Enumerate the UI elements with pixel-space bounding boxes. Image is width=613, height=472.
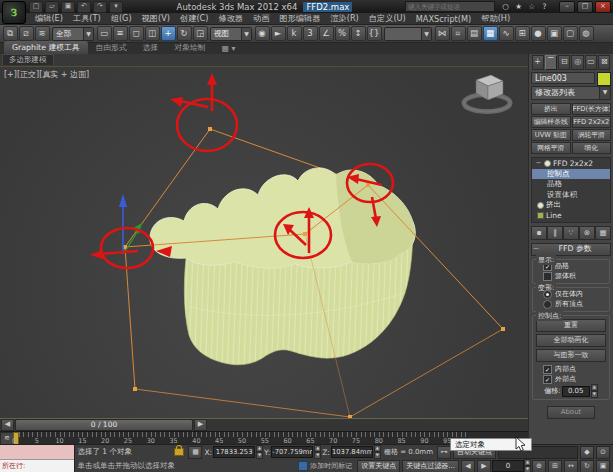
select-and-move-icon[interactable]: + <box>161 26 176 41</box>
frame-spinner[interactable]: ▲▼ <box>524 459 531 472</box>
time-tag-label[interactable]: 添加时间标记 <box>310 461 352 471</box>
favorites-icon[interactable]: ☆ <box>526 2 537 12</box>
angle-snap-icon[interactable]: ∠ <box>319 26 334 41</box>
control-button-3[interactable]: 与图形一致 <box>536 349 606 362</box>
ribbon-tab-1[interactable]: Graphite 建模工具 <box>4 41 88 54</box>
modify-tab[interactable]: ⌒ <box>545 55 557 70</box>
align-icon[interactable]: ⌗ <box>451 26 466 41</box>
pan-icon[interactable]: ↔ <box>564 460 578 472</box>
menu-item-6[interactable]: 修改器 <box>213 13 248 24</box>
coord-field-1[interactable]: 17833.253 <box>213 446 255 458</box>
rectangular-selection-icon[interactable]: ◻ <box>129 26 144 41</box>
menu-item-5[interactable]: 创建(C) <box>175 13 213 24</box>
quick-access-dropdown-icon[interactable]: ▾ <box>109 1 123 13</box>
show-end-result-icon[interactable]: ‖ <box>547 226 563 240</box>
offset-spinner[interactable]: ▲▼ <box>591 384 598 398</box>
control-button-2[interactable]: 全部动画化 <box>536 334 606 347</box>
radio-icon[interactable] <box>543 290 552 299</box>
utilities-tab[interactable]: ⊠ <box>598 55 610 70</box>
object-color-swatch[interactable] <box>597 72 611 86</box>
visibility-bulb-icon[interactable] <box>537 202 544 209</box>
modifier-button-3[interactable]: 编辑样条线 <box>531 116 571 128</box>
play-icon[interactable]: ▶ <box>477 460 491 472</box>
modifier-button-2[interactable]: FFD(长方体) <box>572 103 612 115</box>
absolute-mode-toggle-icon[interactable]: ▦ <box>188 446 202 459</box>
snap-toggle-3d-icon[interactable]: 3 <box>303 26 318 41</box>
select-by-name-icon[interactable]: ≡ <box>113 26 128 41</box>
create-tab[interactable]: + <box>532 55 544 70</box>
menu-item-2[interactable]: 工具(T) <box>68 13 106 24</box>
listener-pane[interactable]: 所在行: <box>0 460 74 472</box>
next-frame-arrow[interactable]: ▶ <box>194 419 207 431</box>
modifier-button-1[interactable]: 挤出 <box>531 103 571 115</box>
communication-center-icon[interactable]: ★ <box>513 2 524 12</box>
curve-editor-icon[interactable]: ∿ <box>499 26 514 41</box>
modifier-button-6[interactable]: 涡轮平滑 <box>572 129 612 141</box>
close-button[interactable]: × <box>595 1 611 13</box>
stack-item-6[interactable]: Line <box>532 211 610 222</box>
select-and-link-icon[interactable]: ⧉ <box>3 26 18 41</box>
material-editor-icon[interactable]: ● <box>531 26 546 41</box>
modifier-list-dropdown[interactable]: 修改器列表 ▼ <box>531 86 611 100</box>
coord-spinner-1[interactable]: ▲▼ <box>256 445 263 459</box>
open-file-icon[interactable]: ▱ <box>45 1 59 13</box>
percent-snap-icon[interactable]: % <box>335 26 350 41</box>
menu-item-12[interactable]: 帮助(H) <box>476 13 515 24</box>
track-bar-ruler[interactable]: ≋ 05101520253035404550556065707580859095… <box>0 431 528 444</box>
mirror-icon[interactable]: ⋈ <box>435 26 450 41</box>
viewport-label[interactable]: [+][正交][真实 + 边面] <box>4 69 89 80</box>
time-configuration-icon[interactable]: ⊙ <box>596 446 610 459</box>
coord-field-2[interactable]: -707.759mm <box>271 446 313 458</box>
make-unique-icon[interactable]: ∵ <box>563 226 579 240</box>
pin-stack-icon[interactable]: ▪ <box>531 226 547 240</box>
menu-item-8[interactable]: 图形编辑器 <box>274 13 325 24</box>
about-button[interactable]: About <box>547 406 595 419</box>
bind-to-space-warp-icon[interactable]: ≋ <box>35 26 50 41</box>
viewport-canvas[interactable] <box>0 67 528 418</box>
render-production-icon[interactable]: ◍ <box>579 26 594 41</box>
select-object-icon[interactable]: ▭ <box>97 26 112 41</box>
coord-spinner-3[interactable]: ▲▼ <box>374 445 381 459</box>
zoom-extents-icon[interactable]: ⊞ <box>548 460 562 472</box>
viewport[interactable]: [+][正交][真实 + 边面] <box>0 67 528 418</box>
previous-frame-arrow[interactable]: ◀ <box>1 419 14 431</box>
configure-modifier-sets-icon[interactable]: ▦ <box>595 226 611 240</box>
modifier-button-4[interactable]: FFD 2x2x2 <box>572 116 612 128</box>
spinner-snap-icon[interactable]: ↕ <box>351 26 366 41</box>
help-icon[interactable]: ? <box>539 2 550 12</box>
rendered-frame-icon[interactable]: ▢ <box>563 26 578 41</box>
modifier-button-8[interactable]: 细化 <box>572 142 612 154</box>
viewcube[interactable] <box>464 75 510 112</box>
stack-item-5[interactable]: 挤出 <box>532 200 610 211</box>
zoom-icon[interactable]: ⊕ <box>532 460 546 472</box>
select-and-manipulate-icon[interactable]: ► <box>271 26 286 41</box>
coord-spinner-2[interactable]: ▲▼ <box>314 445 321 459</box>
modifier-button-5[interactable]: UVW 贴图 <box>531 129 571 141</box>
edit-named-sets-icon[interactable]: {} <box>367 26 382 41</box>
application-menu-button[interactable]: Ɜ <box>2 1 26 24</box>
unlink-selection-icon[interactable]: ⧄ <box>19 26 34 41</box>
ribbon-tab-3[interactable]: 选择 <box>135 41 167 54</box>
coord-field-3[interactable]: 1037.84mm <box>331 446 373 458</box>
menu-item-4[interactable]: 视图(V) <box>137 13 175 24</box>
menu-item-9[interactable]: 渲染(R) <box>325 13 363 24</box>
key-mode-toggle-icon[interactable]: ◆ <box>580 446 594 459</box>
menu-item-7[interactable]: 动画 <box>248 13 274 24</box>
object-name-field[interactable]: Line003 <box>531 72 595 84</box>
current-frame-field[interactable]: 0 <box>492 460 524 472</box>
graphite-ribbon-toggle-icon[interactable]: ▦ <box>483 26 498 41</box>
maxscript-mini-listener[interactable]: 所在行: <box>0 445 75 472</box>
ribbon-tab-5[interactable]: ▦ ▾ <box>214 43 244 54</box>
polygon-modeling-panel[interactable]: 多边形建模 <box>2 54 54 65</box>
select-and-scale-icon[interactable]: ◲ <box>193 26 208 41</box>
stack-item-1[interactable]: −FFD 2x2x2 <box>532 158 610 169</box>
macro-recorder-pane[interactable] <box>0 445 74 460</box>
display-checkbox-2[interactable]: 源体积 <box>543 271 607 281</box>
keyboard-override-icon[interactable]: k <box>287 26 302 41</box>
infocenter-search-input[interactable] <box>405 1 495 12</box>
named-sets-dropdown[interactable]: ▼ <box>384 27 432 41</box>
motion-tab[interactable]: ◎ <box>571 55 583 70</box>
window-crossing-icon[interactable]: ◫ <box>145 26 160 41</box>
point-checkbox-2[interactable]: ✓外部点 <box>543 374 607 384</box>
transform-gizmo[interactable] <box>119 194 142 254</box>
